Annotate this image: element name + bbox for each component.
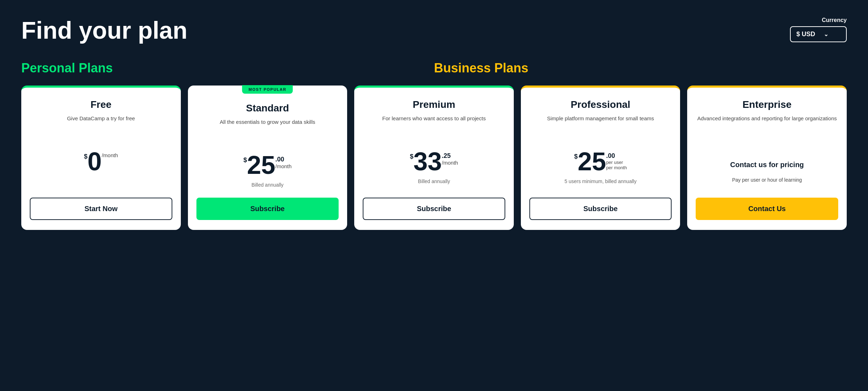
price-period-professional: per user per month	[606, 160, 627, 170]
price-section-premium: $ 33 .25 /month	[410, 149, 458, 177]
price-right-premium: .25 /month	[442, 152, 458, 166]
contact-us-button[interactable]: Contact Us	[696, 198, 838, 220]
plan-card-standard: MOST POPULAR Standard All the essentials…	[188, 86, 347, 230]
price-right-free: /month	[102, 152, 118, 158]
plan-name-free: Free	[90, 99, 111, 110]
chevron-down-icon: ⌄	[824, 31, 828, 38]
currency-select[interactable]: $ USD ⌄	[790, 26, 847, 42]
plans-grid: Free Give DataCamp a try for free $ 0 /m…	[21, 86, 847, 230]
plan-description-enterprise: Advanced integrations and reporting for …	[697, 115, 837, 140]
price-dollar-premium: $	[410, 153, 413, 160]
price-main-free: 0	[88, 149, 102, 174]
subscribe-button-standard[interactable]: Subscribe	[196, 198, 339, 220]
plan-description-free: Give DataCamp a try for free	[67, 115, 135, 140]
section-labels: Personal Plans Business Plans	[21, 61, 847, 76]
price-contact-enterprise: Contact us for pricing	[730, 161, 804, 169]
price-section-standard: $ 25 .00 /month	[243, 152, 291, 181]
plan-description-premium: For learners who want access to all proj…	[382, 115, 486, 140]
price-section-free: $ 0 /month	[84, 149, 118, 177]
plan-name-professional: Professional	[571, 99, 630, 110]
price-right-professional: .00 per user per month	[606, 152, 627, 170]
plan-card-enterprise: Enterprise Advanced integrations and rep…	[687, 86, 847, 230]
billed-note-professional: 5 users minimum, billed annually	[564, 178, 636, 186]
price-contact-section: Contact us for pricing	[696, 149, 838, 177]
price-cents-professional: .00	[606, 152, 627, 160]
currency-section: Currency $ USD ⌄	[790, 17, 847, 42]
most-popular-badge: MOST POPULAR	[242, 85, 293, 94]
price-dollar-free: $	[84, 153, 88, 160]
subscribe-button-premium[interactable]: Subscribe	[363, 198, 505, 220]
plan-card-premium: Premium For learners who want access to …	[354, 86, 514, 230]
price-cents-premium: .25	[442, 152, 458, 160]
price-right-standard: .00 /month	[276, 156, 292, 169]
subscribe-button-professional[interactable]: Subscribe	[529, 198, 672, 220]
plan-card-free: Free Give DataCamp a try for free $ 0 /m…	[21, 86, 181, 230]
personal-plans-label: Personal Plans	[21, 61, 434, 76]
billed-note-premium: Billed annually	[418, 178, 450, 186]
plan-name-enterprise: Enterprise	[742, 99, 792, 110]
header-row: Find your plan Currency $ USD ⌄	[21, 17, 847, 44]
price-period-free: /month	[102, 152, 118, 158]
start-now-button[interactable]: Start Now	[30, 198, 172, 220]
currency-value: $ USD	[796, 31, 815, 38]
plan-name-standard: Standard	[246, 103, 289, 114]
business-plans-label: Business Plans	[434, 61, 847, 76]
plan-card-professional: Professional Simple platform management …	[521, 86, 680, 230]
plan-description-professional: Simple platform management for small tea…	[547, 115, 654, 140]
price-dollar-professional: $	[574, 153, 578, 160]
page-title: Find your plan	[21, 17, 187, 44]
plan-name-premium: Premium	[413, 99, 455, 110]
price-period-standard: /month	[276, 163, 292, 169]
plan-description-standard: All the essentials to grow your data ski…	[220, 118, 315, 144]
billed-note-standard: Billed annually	[251, 182, 283, 189]
price-note-enterprise: Pay per user or hour of learning	[732, 177, 802, 184]
price-period-premium: /month	[442, 160, 458, 166]
price-main-standard: 25	[247, 152, 275, 178]
price-main-professional: 25	[578, 149, 606, 174]
price-section-professional: $ 25 .00 per user per month	[574, 149, 627, 177]
price-main-premium: 33	[413, 149, 442, 174]
price-cents-standard: .00	[276, 156, 292, 163]
currency-label: Currency	[822, 17, 847, 23]
price-dollar-standard: $	[243, 156, 247, 164]
